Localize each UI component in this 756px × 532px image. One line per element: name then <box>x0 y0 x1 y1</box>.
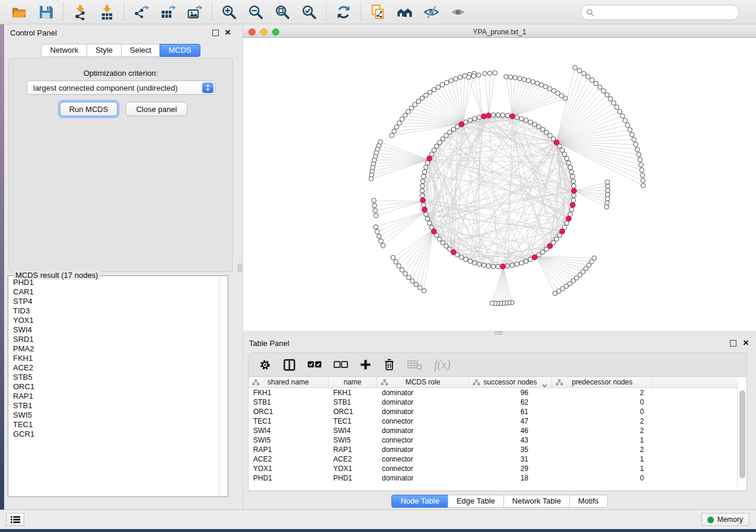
window-controls <box>248 28 279 36</box>
add-icon[interactable] <box>359 358 372 372</box>
mcds-result-item[interactable]: CAR1 <box>9 287 219 297</box>
control-panel-title: Control Panel <box>10 28 57 37</box>
import-network-icon[interactable] <box>72 4 89 21</box>
search-box[interactable] <box>580 5 739 20</box>
table-scrollbar-thumb[interactable] <box>739 390 745 478</box>
vertical-splitter[interactable] <box>237 24 243 509</box>
table-row[interactable]: PHD1PHD1dominator180 <box>248 473 738 483</box>
table-cell: 47 <box>469 416 552 426</box>
mcds-result-item[interactable]: RAP1 <box>9 392 219 401</box>
zoom-out-icon[interactable] <box>247 4 264 21</box>
mcds-result-item[interactable]: STB5 <box>9 373 219 382</box>
hide-selected-icon[interactable] <box>423 4 440 21</box>
tab-style[interactable]: Style <box>87 44 122 57</box>
show-all-icon[interactable] <box>449 4 467 21</box>
export-image-icon[interactable] <box>186 4 203 21</box>
table-row[interactable]: YOX1YOX1connector291 <box>248 464 738 473</box>
zoom-in-icon[interactable] <box>221 4 238 21</box>
export-network-icon[interactable] <box>133 4 150 21</box>
table-scrollbar[interactable] <box>737 388 747 491</box>
mcds-result-item[interactable]: ACE2 <box>9 363 219 373</box>
table-cell: dominator <box>377 445 469 454</box>
float-window-icon[interactable] <box>212 30 219 36</box>
import-table-icon[interactable] <box>98 4 116 21</box>
table-row[interactable]: SWI5SWI5connector431 <box>248 435 738 445</box>
close-window-icon[interactable] <box>248 28 256 36</box>
table-row[interactable]: RAP1RAP1dominator352 <box>248 445 738 454</box>
mcds-result-item[interactable]: STB1 <box>9 401 219 411</box>
tab-motifs[interactable]: Motifs <box>569 495 608 508</box>
tab-network-table[interactable]: Network Table <box>503 495 570 508</box>
mcds-result-item[interactable]: TID3 <box>9 306 219 316</box>
graph-nodes[interactable] <box>369 65 645 305</box>
tab-select[interactable]: Select <box>121 44 160 57</box>
close-panel-button[interactable]: Close panel <box>126 102 187 116</box>
table-panel-tabs: Node TableEdge TableNetwork TableMotifs <box>243 495 756 508</box>
minimize-window-icon[interactable] <box>260 28 267 36</box>
mcds-result-list[interactable]: PHD1CAR1STP4TID3YOX1SWI4SRD1PMA2FKH1ACE2… <box>9 278 219 496</box>
mcds-result-item[interactable]: PMA2 <box>9 344 219 354</box>
run-mcds-button[interactable]: Run MCDS <box>60 102 117 116</box>
table-row[interactable]: ORC1ORC1dominator610 <box>248 407 738 416</box>
delete-icon[interactable] <box>383 358 395 372</box>
network-graph[interactable] <box>243 38 756 331</box>
table-cell: 18 <box>469 473 552 483</box>
tab-edge-table[interactable]: Edge Table <box>448 495 504 508</box>
table-row[interactable]: FKH1FKH1dominator962 <box>248 388 738 398</box>
column-header-successor-nodes[interactable]: successor nodes <box>469 377 552 387</box>
mcds-result-item[interactable]: ORC1 <box>9 382 219 392</box>
tab-node-table[interactable]: Node Table <box>391 495 448 508</box>
show-panels-button[interactable] <box>6 513 24 526</box>
deselect-all-icon[interactable] <box>333 358 348 372</box>
first-neighbors-icon[interactable] <box>396 4 413 21</box>
select-all-icon[interactable] <box>307 358 322 372</box>
clone-network-icon[interactable] <box>369 4 387 21</box>
tab-network[interactable]: Network <box>41 44 87 57</box>
table-body: FKH1FKH1dominator962STB1STB1dominator620… <box>248 388 738 483</box>
refresh-icon[interactable] <box>335 4 352 21</box>
mcds-result-item[interactable]: TEC1 <box>9 420 219 430</box>
network-canvas[interactable] <box>243 38 756 331</box>
table-row[interactable]: TEC1TEC1connector472 <box>248 416 738 426</box>
memory-button[interactable]: Memory <box>701 513 749 526</box>
open-icon[interactable] <box>11 4 28 21</box>
mcds-result-item[interactable]: PHD1 <box>9 278 219 287</box>
column-header-shared-name[interactable]: shared name <box>248 377 328 387</box>
float-table-panel-icon[interactable] <box>730 340 736 347</box>
criterion-dropdown[interactable]: largest connected component (undirected) <box>27 81 215 95</box>
export-table-icon[interactable] <box>160 4 177 21</box>
table-row[interactable]: SWI4SWI4dominator462 <box>248 426 738 435</box>
mcds-result-item[interactable]: SWI4 <box>9 325 219 335</box>
maximize-window-icon[interactable] <box>272 28 279 36</box>
zoom-fit-icon[interactable] <box>274 4 291 21</box>
table-row[interactable]: STB1STB1dominator620 <box>248 398 738 407</box>
mcds-result-item[interactable]: YOX1 <box>9 316 219 325</box>
table-row[interactable]: ACE2ACE2connector311 <box>248 454 738 464</box>
table-cell: 35 <box>469 445 552 454</box>
tab-mcds[interactable]: MCDS <box>160 44 200 57</box>
settings-icon[interactable] <box>259 358 272 372</box>
hierarchy-icon <box>252 379 260 387</box>
save-icon[interactable] <box>37 4 55 21</box>
table-cell: 1 <box>552 435 653 445</box>
mcds-result-item[interactable]: STP4 <box>9 297 219 306</box>
memory-label: Memory <box>717 515 743 524</box>
zoom-selected-icon[interactable] <box>301 4 318 21</box>
columns-icon[interactable] <box>283 358 296 372</box>
table-cell: 2 <box>552 416 653 426</box>
column-header-predecessor-nodes[interactable]: predecessor nodes <box>552 377 653 387</box>
column-header-name[interactable]: name <box>328 377 377 387</box>
mcds-result-item[interactable]: FKH1 <box>9 354 219 363</box>
table-cell: ORC1 <box>328 407 377 416</box>
hierarchy-icon <box>381 379 388 387</box>
table-cell: 43 <box>469 435 552 445</box>
column-header-MCDS-role[interactable]: MCDS role <box>377 377 469 387</box>
search-input[interactable] <box>598 8 734 17</box>
vertical-splitter-grip[interactable] <box>238 264 242 272</box>
close-panel-icon[interactable]: × <box>225 27 231 39</box>
mcds-result-item[interactable]: GCR1 <box>9 430 219 439</box>
mcds-result-item[interactable]: SRD1 <box>9 335 219 344</box>
mcds-result-item[interactable]: SWI5 <box>9 411 219 420</box>
close-table-panel-icon[interactable]: × <box>743 337 749 349</box>
mcds-result-scrollbar[interactable] <box>219 277 227 496</box>
